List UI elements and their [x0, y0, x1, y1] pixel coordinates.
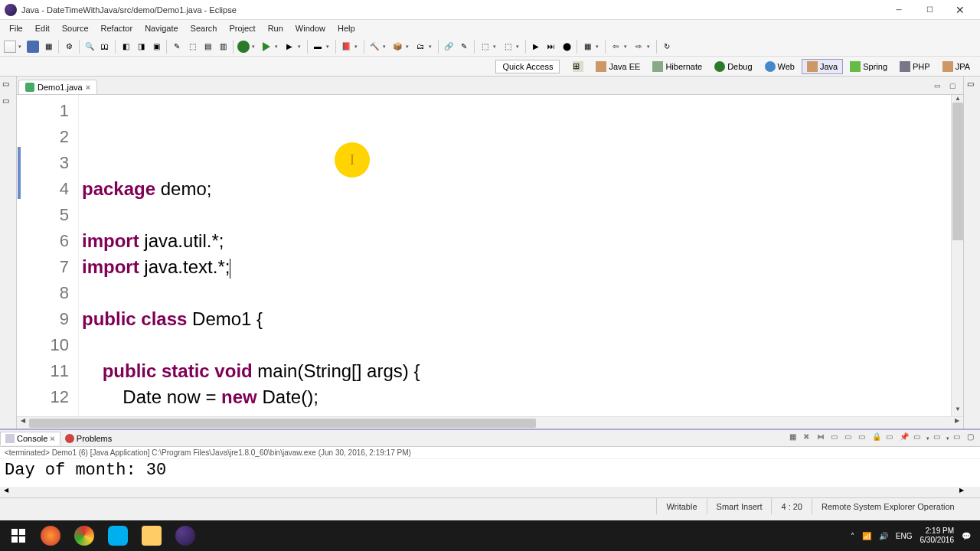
console-btn[interactable]: ▦ — [789, 432, 802, 445]
minimize-view-icon[interactable]: ▭ — [934, 82, 946, 94]
toolbar-icon[interactable]: ▬ — [311, 40, 325, 54]
menu-help[interactable]: Help — [332, 21, 361, 35]
tray-language[interactable]: ENG — [896, 532, 913, 540]
toolbar-icon[interactable]: ↻ — [660, 40, 674, 54]
toolbar-icon[interactable]: ✎ — [170, 40, 184, 54]
dropdown[interactable]: ▾ — [624, 44, 630, 50]
menu-run[interactable]: Run — [262, 21, 289, 35]
pin-console-icon[interactable]: 📌 — [900, 432, 912, 445]
open-console-icon[interactable]: ▭ — [933, 432, 946, 445]
toolbar-icon[interactable]: ◨ — [134, 40, 148, 54]
dropdown[interactable]: ▾ — [596, 44, 602, 50]
toolbar-icon[interactable]: ⚙ — [62, 40, 76, 54]
tray-volume-icon[interactable]: 🔊 — [879, 532, 888, 540]
code-editor[interactable]: 123456789101112 package demo;import java… — [17, 95, 963, 416]
display-console-icon[interactable]: ▭ — [913, 432, 926, 445]
trim-icon[interactable]: ▭ — [2, 80, 15, 92]
taskbar-firefox[interactable] — [34, 520, 67, 551]
menu-project[interactable]: Project — [223, 21, 261, 35]
toolbar-icon[interactable]: 📦 — [390, 40, 404, 54]
start-button[interactable] — [3, 520, 34, 551]
menu-edit[interactable]: Edit — [29, 21, 56, 35]
console-btn[interactable]: ▭ — [831, 432, 843, 445]
dropdown[interactable]: ▾ — [298, 44, 304, 50]
back-icon[interactable]: ⇦ — [609, 40, 622, 54]
maximize-button[interactable]: ☐ — [914, 1, 945, 19]
new-dropdown[interactable]: ▾ — [18, 44, 24, 50]
debug-icon[interactable] — [237, 40, 250, 54]
tray-notifications-icon[interactable]: 💬 — [962, 532, 971, 540]
toolbar-icon[interactable]: 📕 — [339, 40, 353, 54]
perspective-hibernate[interactable]: Hibernate — [647, 59, 707, 74]
toolbar-icon[interactable]: ▥ — [216, 40, 230, 54]
close-tab-icon[interactable]: × — [86, 83, 90, 92]
menu-source[interactable]: Source — [56, 21, 95, 35]
tray-clock[interactable]: 2:19 PM 6/30/2016 — [920, 527, 955, 545]
run-dropdown[interactable]: ▾ — [275, 44, 281, 50]
dropdown[interactable]: ▾ — [429, 44, 435, 50]
vertical-scrollbar[interactable]: ▲ ▼ — [951, 95, 963, 416]
save-icon[interactable] — [26, 40, 40, 54]
perspective-debug[interactable]: Debug — [709, 59, 757, 74]
scroll-lock-icon[interactable]: 🔒 — [872, 432, 884, 445]
remove-all-icon[interactable]: ⧓ — [817, 432, 829, 445]
perspective-jpa[interactable]: JPA — [937, 59, 975, 74]
toolbar-icon[interactable]: ▦ — [580, 40, 594, 54]
menu-search[interactable]: Search — [185, 21, 224, 35]
perspective-php[interactable]: PHP — [894, 59, 936, 74]
forward-icon[interactable]: ⇨ — [632, 40, 645, 54]
toolbar-icon[interactable]: ▶ — [529, 40, 543, 54]
tab-console[interactable]: Console × — [0, 432, 60, 445]
close-button[interactable]: ✕ — [945, 1, 975, 19]
maximize-view-icon[interactable]: ▢ — [949, 82, 962, 94]
dropdown[interactable]: ▾ — [516, 44, 522, 50]
console-btn[interactable]: ▭ — [886, 432, 898, 445]
console-output[interactable]: Day of month: 30 — [0, 459, 980, 487]
toolbar-icon[interactable]: ▤ — [201, 40, 214, 54]
toolbar-icon[interactable]: 🔗 — [442, 40, 456, 54]
dropdown[interactable]: ▾ — [647, 44, 653, 50]
run-external-icon[interactable]: ▶ — [283, 40, 296, 54]
toolbar-icon[interactable]: 🔍 — [83, 40, 96, 54]
new-icon[interactable] — [3, 40, 17, 54]
dropdown[interactable]: ▾ — [926, 435, 933, 442]
run-icon[interactable] — [260, 40, 273, 54]
dropdown[interactable]: ▾ — [406, 44, 412, 50]
save-all-icon[interactable]: ▦ — [41, 40, 55, 54]
toolbar-icon[interactable]: ⬚ — [478, 40, 492, 54]
toolbar-icon[interactable]: ⬚ — [185, 40, 199, 54]
taskbar-explorer[interactable] — [135, 520, 168, 551]
taskbar-chrome[interactable] — [67, 520, 101, 551]
dropdown[interactable]: ▾ — [383, 44, 389, 50]
debug-dropdown[interactable]: ▾ — [252, 44, 258, 50]
horizontal-scrollbar[interactable]: ◀ ▶ — [17, 416, 963, 429]
dropdown[interactable]: ▾ — [946, 435, 952, 442]
tab-problems[interactable]: Problems — [60, 432, 116, 445]
menu-file[interactable]: File — [3, 21, 29, 35]
menu-refactor[interactable]: Refactor — [95, 21, 139, 35]
console-scrollbar[interactable]: ◀ ▶ — [0, 487, 980, 497]
toolbar-icon[interactable]: ⬤ — [560, 40, 573, 54]
close-tab-icon[interactable]: × — [50, 434, 54, 443]
maximize-view-icon[interactable]: ▢ — [967, 432, 979, 445]
menu-window[interactable]: Window — [289, 21, 332, 35]
taskbar-skype[interactable] — [101, 520, 135, 551]
toolbar-icon[interactable]: ✎ — [457, 40, 471, 54]
scrollbar-thumb[interactable] — [952, 103, 963, 240]
tray-network-icon[interactable]: 📶 — [862, 532, 871, 540]
toolbar-icon[interactable]: ◧ — [119, 40, 132, 54]
remove-launch-icon[interactable]: ✖ — [803, 432, 815, 445]
menu-navigate[interactable]: Navigate — [139, 21, 184, 35]
trim-icon[interactable]: ▭ — [964, 77, 980, 91]
open-perspective-button[interactable]: ⊞ — [567, 59, 589, 74]
toolbar-icon[interactable]: ⏭ — [544, 40, 558, 54]
minimize-view-icon[interactable]: ▭ — [953, 432, 965, 445]
console-btn[interactable]: ▭ — [844, 432, 857, 445]
toolbar-icon[interactable]: ▣ — [149, 40, 163, 54]
quick-access-field[interactable]: Quick Access — [495, 60, 560, 73]
dropdown[interactable]: ▾ — [354, 44, 361, 50]
tray-chevron-up-icon[interactable]: ˄ — [851, 532, 854, 540]
dropdown[interactable]: ▾ — [493, 44, 499, 50]
toolbar-icon[interactable]: 🗂 — [413, 40, 427, 54]
toolbar-icon[interactable]: ⬚ — [501, 40, 514, 54]
